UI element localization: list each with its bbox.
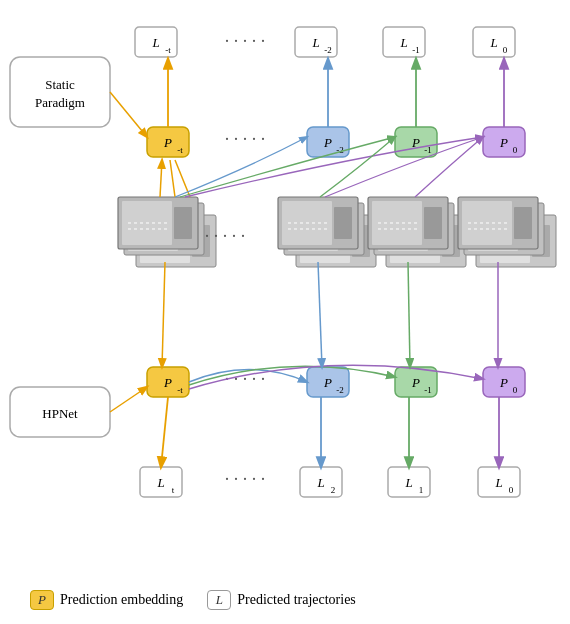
svg-line-110 bbox=[110, 387, 147, 412]
svg-text:P: P bbox=[163, 135, 172, 150]
svg-text:2: 2 bbox=[331, 485, 336, 495]
svg-text:P: P bbox=[323, 375, 332, 390]
svg-text:-t: -t bbox=[177, 385, 183, 395]
legend-l-description: Predicted trajectories bbox=[237, 592, 356, 608]
svg-rect-0 bbox=[10, 57, 110, 127]
svg-text:Paradigm: Paradigm bbox=[35, 95, 85, 110]
svg-text:P: P bbox=[499, 375, 508, 390]
svg-text:· · · · ·: · · · · · bbox=[225, 369, 266, 389]
legend-p-label: P bbox=[38, 592, 46, 608]
svg-text:-2: -2 bbox=[324, 45, 332, 55]
svg-text:-1: -1 bbox=[412, 45, 420, 55]
svg-text:0: 0 bbox=[513, 385, 518, 395]
svg-text:0: 0 bbox=[503, 45, 508, 55]
svg-text:Static: Static bbox=[45, 77, 75, 92]
svg-line-115 bbox=[162, 262, 165, 367]
svg-text:L: L bbox=[311, 35, 319, 50]
svg-text:· · · · ·: · · · · · bbox=[225, 469, 266, 489]
svg-text:-1: -1 bbox=[424, 385, 432, 395]
svg-text:L: L bbox=[316, 475, 324, 490]
svg-text:P: P bbox=[163, 375, 172, 390]
legend-p-description: Prediction embedding bbox=[60, 592, 183, 608]
svg-text:L: L bbox=[489, 35, 497, 50]
legend-l-label: L bbox=[216, 592, 223, 608]
svg-text:P: P bbox=[411, 375, 420, 390]
svg-line-104 bbox=[160, 160, 162, 197]
svg-rect-36 bbox=[424, 207, 442, 239]
legend: P Prediction embedding L Predicted traje… bbox=[30, 590, 356, 610]
svg-text:HPNet: HPNet bbox=[42, 406, 78, 421]
svg-text:0: 0 bbox=[513, 145, 518, 155]
svg-text:L: L bbox=[404, 475, 412, 490]
svg-text:L: L bbox=[399, 35, 407, 50]
diagram-container: Static Paradigm HPNet · · · · · bbox=[0, 0, 570, 624]
svg-text:-2: -2 bbox=[336, 145, 344, 155]
svg-rect-47 bbox=[514, 207, 532, 239]
svg-text:0: 0 bbox=[509, 485, 514, 495]
svg-text:L: L bbox=[151, 35, 159, 50]
svg-line-117 bbox=[408, 262, 410, 367]
svg-line-111 bbox=[161, 397, 168, 467]
svg-line-116 bbox=[318, 262, 322, 367]
svg-line-105 bbox=[170, 160, 175, 197]
svg-text:1: 1 bbox=[419, 485, 424, 495]
svg-rect-25 bbox=[334, 207, 352, 239]
svg-text:L: L bbox=[156, 475, 164, 490]
svg-text:· · · · ·: · · · · · bbox=[225, 31, 266, 51]
legend-l-box: L bbox=[207, 590, 231, 610]
svg-text:-t: -t bbox=[165, 45, 171, 55]
svg-text:-2: -2 bbox=[336, 385, 344, 395]
svg-line-103 bbox=[110, 92, 147, 137]
legend-p-box: P bbox=[30, 590, 54, 610]
svg-rect-13 bbox=[174, 207, 192, 239]
svg-text:L: L bbox=[494, 475, 502, 490]
legend-p: P Prediction embedding bbox=[30, 590, 183, 610]
svg-text:P: P bbox=[323, 135, 332, 150]
svg-text:· · · · ·: · · · · · bbox=[225, 129, 266, 149]
svg-text:· · · · ·: · · · · · bbox=[205, 226, 246, 246]
svg-text:-t: -t bbox=[177, 145, 183, 155]
svg-text:P: P bbox=[499, 135, 508, 150]
legend-l: L Predicted trajectories bbox=[207, 590, 356, 610]
